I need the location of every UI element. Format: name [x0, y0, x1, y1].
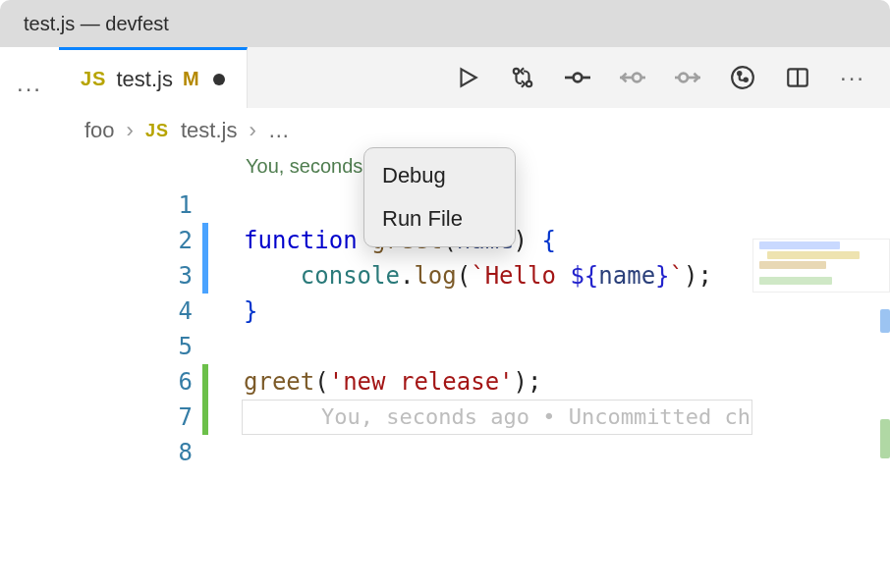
- chevron-right-icon: ›: [249, 118, 255, 143]
- menu-item-run-file[interactable]: Run File: [364, 197, 515, 241]
- window-title: test.js — devfest: [24, 13, 169, 35]
- code-content[interactable]: console.log(`Hello ${name}`);: [244, 258, 712, 294]
- play-icon: [455, 65, 480, 90]
- line-number: 8: [59, 435, 196, 470]
- svg-point-1: [514, 69, 519, 74]
- ellipsis-icon: ···: [840, 64, 865, 91]
- more-actions-button[interactable]: ···: [839, 64, 866, 91]
- svg-point-3: [574, 74, 583, 82]
- gutter-bar: [202, 329, 208, 364]
- git-compare-icon: [510, 65, 535, 90]
- minimap-marker-icon: [880, 309, 890, 333]
- gutter-change-added-icon: [202, 258, 208, 294]
- breadcrumb-tail[interactable]: …: [268, 118, 290, 143]
- gutter-change-modified-icon: [202, 364, 208, 400]
- svg-point-2: [527, 81, 531, 86]
- code-content[interactable]: greet('new release');: [244, 364, 541, 400]
- split-horizontal-icon: [785, 65, 810, 90]
- line-number: 3: [59, 258, 196, 294]
- svg-point-13: [738, 72, 741, 75]
- line-number: 4: [59, 294, 196, 329]
- gutter-change-added-icon: [202, 223, 208, 258]
- svg-point-9: [679, 74, 688, 82]
- git-next-commit-button[interactable]: [674, 64, 701, 91]
- git-commit-button[interactable]: [564, 64, 591, 91]
- tab-test-js[interactable]: JS test.js M: [59, 47, 248, 108]
- svg-point-14: [745, 79, 748, 81]
- line-number: 5: [59, 329, 196, 364]
- svg-point-6: [633, 74, 641, 82]
- svg-point-12: [732, 67, 753, 88]
- gutter-change-modified-icon: [202, 400, 208, 435]
- arrow-commit-right-icon: [675, 65, 700, 90]
- gutter-bar: [202, 294, 208, 329]
- git-prev-commit-button[interactable]: [619, 64, 646, 91]
- gitlens-inline-blame: You, seconds ago • Uncommitted cha: [242, 400, 752, 435]
- tab-bar: JS test.js M: [59, 47, 890, 108]
- chevron-right-icon: ›: [127, 118, 134, 143]
- tab-bar-spacer: [248, 47, 454, 108]
- git-branch-circle-icon: [730, 65, 755, 90]
- js-file-icon: JS: [81, 68, 106, 90]
- unsaved-dot-icon: [213, 74, 225, 85]
- window: test.js — devfest ··· JS test.js M: [0, 0, 890, 588]
- split-editor-button[interactable]: [784, 64, 811, 91]
- gutter-bar: [202, 187, 208, 223]
- git-compare-button[interactable]: [509, 64, 536, 91]
- minimap[interactable]: [752, 239, 890, 588]
- window-titlebar: test.js — devfest: [0, 0, 890, 47]
- run-dropdown-menu: Debug Run File: [363, 147, 516, 247]
- line-number: 1: [59, 187, 196, 223]
- ellipsis-icon: ···: [17, 75, 42, 102]
- gutter-bar: [202, 435, 208, 470]
- breadcrumb-folder[interactable]: foo: [84, 118, 115, 143]
- activity-bar-overflow[interactable]: ···: [0, 47, 59, 588]
- line-number: 7: [59, 400, 196, 435]
- git-commit-icon: [565, 65, 590, 90]
- line-number: 2: [59, 223, 196, 258]
- arrow-commit-left-icon: [620, 65, 645, 90]
- editor-group: JS test.js M: [59, 47, 890, 588]
- git-graph-button[interactable]: [729, 64, 756, 91]
- git-modified-badge: M: [183, 68, 199, 90]
- app-body: ··· JS test.js M: [0, 47, 890, 588]
- run-file-button[interactable]: [454, 64, 481, 91]
- breadcrumb-file[interactable]: test.js: [181, 118, 237, 143]
- code-content[interactable]: }: [244, 294, 257, 329]
- minimap-viewport: [752, 239, 890, 293]
- js-file-icon: JS: [145, 121, 169, 141]
- tab-filename: test.js: [116, 67, 172, 92]
- menu-item-debug[interactable]: Debug: [364, 154, 515, 197]
- svg-marker-0: [462, 69, 476, 85]
- editor-actions: ···: [454, 47, 890, 108]
- minimap-marker-icon: [880, 419, 890, 458]
- line-number: 6: [59, 364, 196, 400]
